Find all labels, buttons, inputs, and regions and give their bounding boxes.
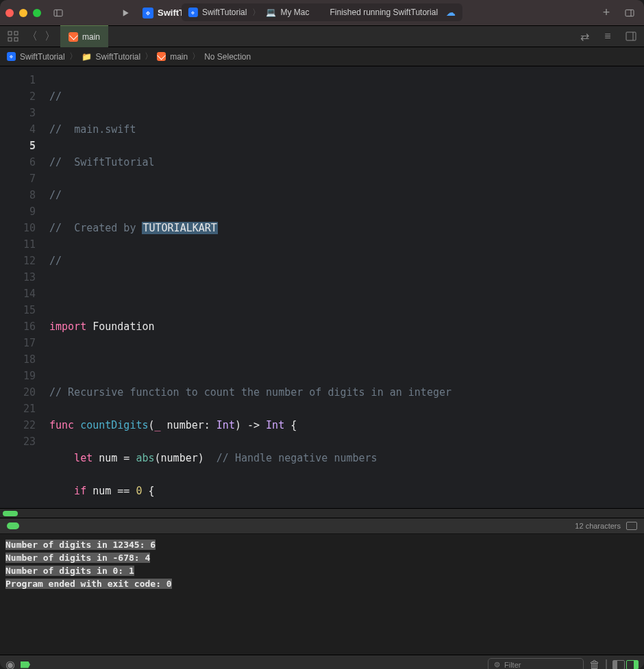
filter-icon: ⊜ <box>494 660 500 669</box>
scheme-label: SwiftTutorial <box>202 8 247 17</box>
highlighted-author: TUTORIALKART <box>142 222 217 234</box>
svg-rect-7 <box>8 38 12 41</box>
swift-file-icon <box>157 52 166 61</box>
filter-placeholder: Filter <box>504 661 521 669</box>
minimize-window-button[interactable] <box>19 9 27 17</box>
tab-label: main <box>82 32 100 42</box>
cloud-icon: ☁︎ <box>446 7 456 18</box>
line-number[interactable]: 23 <box>0 433 36 450</box>
back-button[interactable]: 〈 <box>23 27 41 45</box>
crumb-2[interactable]: SwiftTutorial <box>96 52 141 62</box>
editor-tab-bar: 〈 〉 main ⇄ ≡ <box>0 25 644 47</box>
line-number[interactable]: 5 <box>0 138 36 154</box>
svg-rect-6 <box>14 31 18 35</box>
crumb-3[interactable]: main <box>170 52 188 62</box>
scroll-thumb[interactable] <box>3 511 18 516</box>
project-icon: ⟐ <box>7 52 16 61</box>
line-number[interactable]: 19 <box>0 368 36 384</box>
filter-input[interactable]: ⊜ Filter <box>488 658 584 670</box>
console-line: Number of digits in -678: 4 <box>5 553 150 563</box>
line-number[interactable]: 14 <box>0 286 36 302</box>
line-number[interactable]: 2 <box>0 88 36 105</box>
scheme-icon: ⟐ <box>188 8 198 17</box>
svg-marker-2 <box>123 10 129 16</box>
right-pane-button[interactable] <box>626 660 639 670</box>
line-number[interactable]: 9 <box>0 203 36 220</box>
console-toolbar: 12 characters <box>0 518 644 534</box>
console-output[interactable]: Number of digits in 12345: 6 Number of d… <box>0 534 644 655</box>
svg-rect-5 <box>8 31 12 35</box>
line-number[interactable]: 18 <box>0 351 36 368</box>
crumb-4[interactable]: No Selection <box>204 52 251 62</box>
add-pane-icon[interactable] <box>622 27 640 45</box>
status-text: Finished running SwiftTutorial <box>330 8 438 17</box>
line-number[interactable]: 6 <box>0 154 36 171</box>
toggle-right-panel-button[interactable] <box>621 4 639 22</box>
vertical-scrollbar[interactable] <box>634 72 643 496</box>
titlebar: ⟐ SwiftTutorial ⟐ SwiftTutorial 〉 💻 My M… <box>0 0 644 25</box>
console-line: Number of digits in 12345: 6 <box>5 540 156 550</box>
panel-toggle-icon[interactable] <box>626 522 637 530</box>
svg-rect-9 <box>626 32 636 40</box>
line-number[interactable]: 22 <box>0 417 36 433</box>
trash-icon[interactable]: 🗑 <box>589 659 600 670</box>
line-number[interactable]: 12 <box>0 253 36 269</box>
line-number[interactable]: 13 <box>0 269 36 286</box>
swift-file-icon <box>69 32 78 42</box>
console-pane-toggle[interactable] <box>612 660 639 670</box>
horizontal-scrollbar[interactable] <box>0 508 644 518</box>
debug-bar: ◉ ⊜ Filter 🗑 <box>0 655 644 669</box>
activity-status[interactable]: ⟐ SwiftTutorial 〉 💻 My Mac Finished runn… <box>182 3 462 21</box>
chevron-right-icon: 〉 <box>69 51 77 62</box>
run-button[interactable] <box>116 4 134 22</box>
zoom-window-button[interactable] <box>33 9 41 17</box>
chevron-right-icon: 〉 <box>252 7 260 18</box>
code-editor[interactable]: 1234567891011121314151617181920212223 //… <box>0 66 644 508</box>
selection-info: 12 characters <box>575 522 621 530</box>
forward-button[interactable]: 〉 <box>41 27 59 45</box>
add-editor-button[interactable]: + <box>597 4 615 22</box>
lines-icon[interactable]: ≡ <box>599 27 617 45</box>
folder-icon: 📁 <box>82 52 92 62</box>
window-controls <box>5 9 41 17</box>
app-icon: ⟐ <box>143 8 153 18</box>
related-items-button[interactable] <box>4 27 22 45</box>
laptop-icon: 💻 <box>266 8 276 17</box>
breakpoint-icon[interactable] <box>21 661 30 668</box>
line-number[interactable]: 3 <box>0 105 36 121</box>
svg-rect-3 <box>626 10 634 16</box>
line-number[interactable]: 4 <box>0 121 36 138</box>
tab-main[interactable]: main <box>60 25 108 47</box>
line-number[interactable]: 11 <box>0 236 36 253</box>
execution-indicator[interactable] <box>7 522 19 529</box>
breadcrumb[interactable]: ⟐ SwiftTutorial 〉 📁 SwiftTutorial 〉 main… <box>0 47 644 66</box>
line-number[interactable]: 17 <box>0 335 36 351</box>
line-number[interactable]: 16 <box>0 318 36 335</box>
line-number[interactable]: 21 <box>0 401 36 417</box>
eye-icon[interactable]: ◉ <box>5 658 15 669</box>
code-area[interactable]: // // main.swift // SwiftTutorial // // … <box>42 66 488 508</box>
console-line: Number of digits in 0: 1 <box>5 566 134 576</box>
line-number[interactable]: 15 <box>0 302 36 318</box>
line-number[interactable]: 20 <box>0 384 36 401</box>
swap-icon[interactable]: ⇄ <box>575 27 593 45</box>
divider <box>606 659 607 670</box>
crumb-1[interactable]: SwiftTutorial <box>20 52 65 62</box>
close-window-button[interactable] <box>5 9 14 17</box>
svg-rect-8 <box>14 38 18 41</box>
line-number[interactable]: 8 <box>0 187 36 203</box>
line-number[interactable]: 7 <box>0 171 36 187</box>
line-number-gutter: 1234567891011121314151617181920212223 <box>0 66 42 508</box>
console-line: Program ended with exit code: 0 <box>5 579 172 589</box>
line-number[interactable]: 10 <box>0 220 36 236</box>
svg-rect-0 <box>54 10 62 16</box>
left-pane-button[interactable] <box>612 660 625 670</box>
chevron-right-icon: 〉 <box>145 51 153 62</box>
toggle-left-panel-button[interactable] <box>49 4 67 22</box>
line-number[interactable]: 1 <box>0 72 36 88</box>
chevron-right-icon: 〉 <box>192 51 200 62</box>
destination-label: My Mac <box>280 8 309 17</box>
